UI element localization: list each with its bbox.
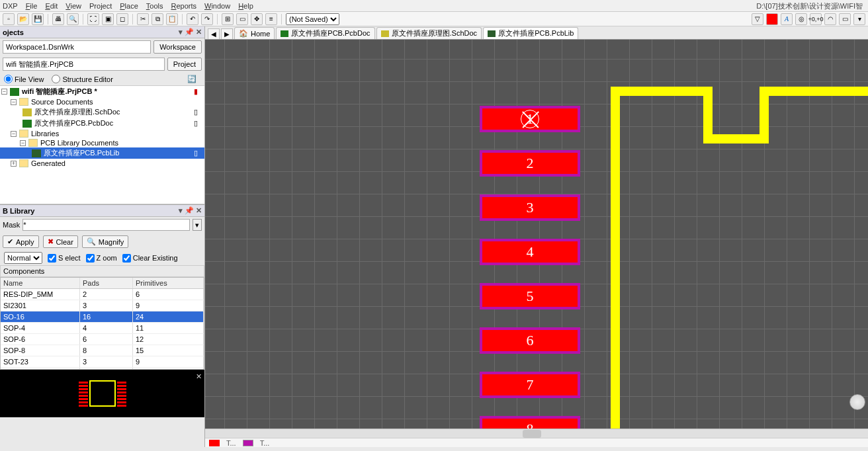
apply-button[interactable]: ✔Apply	[3, 235, 39, 248]
table-row[interactable]: SO-161624	[1, 311, 204, 323]
toolbar-grid-icon[interactable]: ⊞	[222, 13, 234, 25]
check-icon: ✔	[7, 237, 13, 246]
workspace-input[interactable]	[3, 40, 151, 54]
menu-place[interactable]: Place	[120, 2, 138, 10]
toolbar-arc-icon[interactable]: ◠	[824, 13, 836, 25]
table-row[interactable]: SOP-8815	[1, 345, 204, 356]
toolbar-new-icon[interactable]: ▫	[3, 13, 15, 25]
toolbar-pad-icon[interactable]: ◎	[795, 13, 807, 25]
project-button[interactable]: Project	[167, 58, 202, 71]
pad-6[interactable]: 6	[480, 327, 580, 354]
toolbar-preview-icon[interactable]: 🔍	[67, 13, 79, 25]
toolbar-open-icon[interactable]: 📂	[17, 13, 29, 25]
toolbar-copy-icon[interactable]: ⧉	[152, 13, 163, 25]
table-row[interactable]: RES-DIP_5MM26	[1, 289, 204, 300]
work-area: ◀ ▶ 🏠Home 原文件插座PCB.PcbDoc 原文件插座原理图.SchDo…	[205, 26, 868, 447]
structure-editor-radio[interactable]: Structure Editor	[52, 75, 112, 83]
menu-project[interactable]: Project	[89, 2, 112, 10]
toolbar-move-icon[interactable]: ✥	[251, 13, 263, 25]
magnify-icon: 🔍	[87, 237, 96, 246]
pad-7[interactable]: 7	[480, 372, 580, 398]
mask-label: Mask	[3, 221, 20, 229]
tab-pcbdoc[interactable]: 原文件插座PCB.PcbDoc	[276, 27, 374, 39]
mode-select[interactable]: Normal	[4, 252, 42, 264]
menu-reports[interactable]: Reports	[171, 2, 196, 10]
workspace-button[interactable]: Workspace	[153, 40, 202, 54]
toolbar-cut-icon[interactable]: ✂	[137, 13, 149, 25]
menu-tools[interactable]: Tools	[146, 2, 163, 10]
pcb-canvas[interactable]: 12345678161514131211109	[205, 40, 868, 429]
main-toolbar: ▫ 📂 💾 🖶 🔍 ⛶ ▣ ◻ ✂ ⧉ 📋 ↶ ↷ ⊞ ▭ ✥ ≡ (Not S…	[0, 12, 868, 26]
toolbar-select-icon[interactable]: ▭	[236, 13, 248, 25]
pad-8[interactable]: 8	[480, 416, 580, 429]
menu-dxp[interactable]: DXP	[3, 2, 18, 10]
file-view-radio[interactable]: File View	[4, 75, 44, 83]
tree-item-pcblib[interactable]: 原文件插座PCB.PcbLib▯	[0, 147, 204, 159]
mask-dropdown-icon[interactable]: ▾	[193, 219, 202, 231]
component-preview: ✕	[0, 370, 204, 417]
tab-nav-back-icon[interactable]: ◀	[208, 28, 220, 39]
table-row[interactable]: SOP-6612	[1, 334, 204, 345]
home-icon: 🏠	[239, 29, 248, 38]
pad-3[interactable]: 3	[480, 194, 580, 221]
table-row[interactable]: SI230139	[1, 300, 204, 311]
doc-icon: ▯	[194, 119, 202, 128]
horizontal-scrollbar[interactable]	[205, 429, 868, 438]
tab-pcblib[interactable]: 原文件插座PCB.PcbLib	[483, 27, 578, 39]
select-check[interactable]: Select	[48, 254, 81, 263]
pin-icon[interactable]: ▾ 📌 ✕	[179, 28, 202, 36]
preview-close-icon[interactable]: ✕	[196, 372, 202, 381]
magnify-button[interactable]: 🔍Magnify	[82, 235, 129, 248]
component-outline	[602, 86, 868, 429]
doc-status-dropdown[interactable]: (Not Saved)	[286, 13, 339, 25]
project-input[interactable]	[3, 58, 165, 71]
tab-nav-fwd-icon[interactable]: ▶	[221, 28, 233, 39]
mask-input[interactable]	[22, 219, 190, 231]
pad-1[interactable]: 1	[480, 106, 580, 132]
x-icon: ✖	[48, 237, 54, 246]
toolbar-config-icon[interactable]: +0,+0	[810, 13, 822, 25]
toolbar-rect-icon[interactable]: ▭	[839, 13, 851, 25]
menu-bar: DXP File Edit View Project Place Tools R…	[0, 0, 868, 12]
doc-icon: ▯	[194, 149, 202, 157]
toolbar-align-icon[interactable]: ≡	[265, 13, 277, 25]
menu-edit[interactable]: Edit	[45, 2, 58, 10]
menu-help[interactable]: Help	[238, 2, 253, 10]
toolbar-undo-icon[interactable]: ↶	[187, 13, 198, 25]
table-row[interactable]: SOP-4411	[1, 323, 204, 334]
doc-dirty-icon: ▮	[194, 87, 202, 96]
left-sidebar: ojects▾ 📌 ✕ Workspace Project File View …	[0, 26, 205, 447]
toolbar-zoom-sel-icon[interactable]: ◻	[116, 13, 128, 25]
pin-icon[interactable]: ▾ 📌 ✕	[179, 206, 202, 215]
pad-4[interactable]: 4	[480, 239, 580, 265]
projects-panel-header: ojects▾ 📌 ✕	[0, 26, 204, 38]
toolbar-layer-icon[interactable]	[766, 13, 778, 25]
toolbar-print-icon[interactable]: 🖶	[52, 13, 64, 25]
doc-icon: ▯	[194, 108, 202, 116]
toolbar-more-icon[interactable]: ▾	[853, 13, 865, 25]
toolbar-paste-icon[interactable]: 📋	[166, 13, 178, 25]
status-bar: T... T...	[205, 438, 868, 447]
clear-button[interactable]: ✖Clear	[43, 235, 78, 248]
menu-view[interactable]: View	[65, 2, 81, 10]
toolbar-zoom-fit-icon[interactable]: ▣	[102, 13, 114, 25]
components-grid[interactable]: Name Pads Primitives RES-DIP_5MM26SI2301…	[0, 277, 204, 370]
refresh-icon[interactable]: 🔄	[187, 75, 200, 83]
toolbar-redo-icon[interactable]: ↷	[201, 13, 213, 25]
clear-existing-check[interactable]: Clear Existing	[122, 254, 178, 263]
menu-window[interactable]: Window	[204, 2, 230, 10]
zoom-check[interactable]: Zoom	[86, 254, 117, 263]
view-control-button[interactable]	[849, 394, 865, 410]
menu-file[interactable]: File	[26, 2, 38, 10]
toolbar-filter-icon[interactable]: ▽	[752, 13, 763, 25]
toolbar-zoom-area-icon[interactable]: ⛶	[87, 13, 99, 25]
pad-5[interactable]: 5	[480, 283, 580, 309]
toolbar-save-icon[interactable]: 💾	[32, 13, 44, 25]
tab-home[interactable]: 🏠Home	[234, 27, 275, 39]
tab-schdoc[interactable]: 原文件插座原理图.SchDoc	[376, 27, 482, 39]
project-tree[interactable]: −wifi 智能插座.PrjPCB *▮ −Source Documents 原…	[0, 85, 204, 204]
table-row[interactable]: SOT-2339	[1, 356, 204, 368]
components-header: Components	[0, 265, 204, 277]
toolbar-string-icon[interactable]: A	[781, 13, 793, 25]
pad-2[interactable]: 2	[480, 150, 580, 177]
